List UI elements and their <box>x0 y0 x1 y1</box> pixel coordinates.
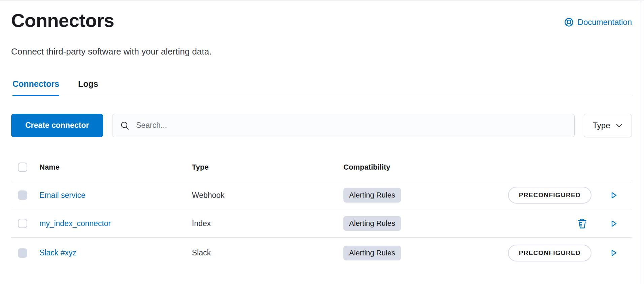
search-icon <box>120 120 130 131</box>
type-filter-label: Type <box>592 121 610 130</box>
type-filter-button[interactable]: Type <box>584 114 632 137</box>
connector-type: Slack <box>192 248 343 257</box>
table-row-email-service: Email service Webhook Alerting Rules PRE… <box>11 181 632 210</box>
preconfigured-badge: PRECONFIGURED <box>508 187 591 204</box>
run-connector-button[interactable] <box>609 219 618 228</box>
connector-type: Index <box>192 219 343 228</box>
connectors-table: Name Type Compatibility Email service We… <box>11 154 632 269</box>
tab-logs[interactable]: Logs <box>78 79 98 96</box>
column-header-name: Name <box>39 163 192 172</box>
tab-bar: Connectors Logs <box>11 79 632 96</box>
page-header: Connectors Documentation <box>11 1 632 31</box>
column-header-compatibility: Compatibility <box>343 163 485 172</box>
compatibility-badge: Alerting Rules <box>343 188 401 203</box>
page-subtitle: Connect third-party software with your a… <box>11 46 632 57</box>
connector-name-link[interactable]: Email service <box>39 191 86 200</box>
table-header-row: Name Type Compatibility <box>11 154 632 181</box>
column-header-type: Type <box>192 163 343 172</box>
search-box <box>112 114 575 137</box>
table-row-my-index-connector: my_index_connector Index Alerting Rules <box>11 210 632 238</box>
connector-name-link[interactable]: my_index_connector <box>39 219 111 228</box>
preconfigured-badge: PRECONFIGURED <box>508 245 591 261</box>
table-row-slack-xyz: Slack #xyz Slack Alerting Rules PRECONFI… <box>11 238 632 269</box>
chevron-down-icon <box>615 121 623 130</box>
connector-type: Webhook <box>192 191 343 200</box>
documentation-link-label: Documentation <box>578 17 632 27</box>
row-checkbox <box>18 190 27 200</box>
tab-connectors[interactable]: Connectors <box>12 79 59 96</box>
select-all-checkbox[interactable] <box>18 163 27 172</box>
run-connector-button[interactable] <box>609 248 618 257</box>
run-connector-button[interactable] <box>609 191 618 200</box>
search-input[interactable] <box>136 121 567 130</box>
documentation-link[interactable]: Documentation <box>564 17 632 27</box>
trash-icon <box>577 218 587 229</box>
compatibility-badge: Alerting Rules <box>343 216 401 231</box>
delete-connector-button[interactable] <box>577 218 587 229</box>
create-connector-button[interactable]: Create connector <box>11 114 103 137</box>
help-life-ring-icon <box>564 17 574 27</box>
toolbar: Create connector Type <box>11 114 632 137</box>
row-checkbox[interactable] <box>18 219 27 228</box>
row-checkbox <box>18 248 27 258</box>
connector-name-link[interactable]: Slack #xyz <box>39 248 76 257</box>
page-title: Connectors <box>11 10 114 31</box>
connectors-page: Connectors Documentation Connect third-p… <box>0 1 644 269</box>
page-right-edge-divider <box>641 1 641 284</box>
compatibility-badge: Alerting Rules <box>343 246 401 260</box>
